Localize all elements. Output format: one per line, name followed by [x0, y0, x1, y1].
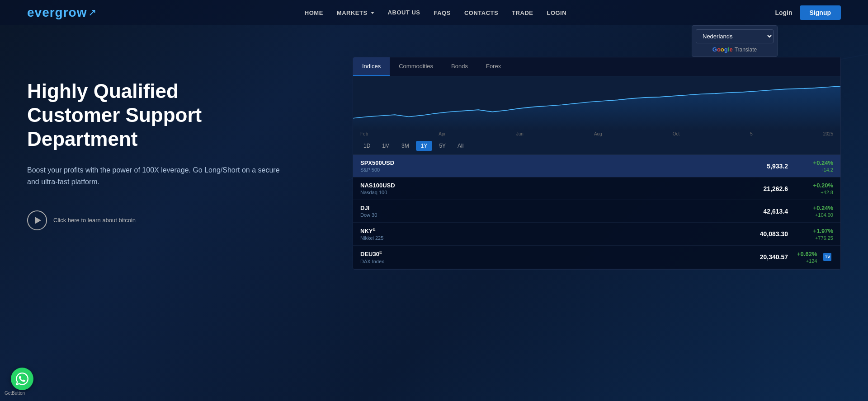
instrument-price-nas100: 21,262.6 — [743, 185, 788, 192]
tradingview-badge: TV — [823, 253, 831, 261]
instrument-price-deu30: 20,340.57 — [743, 253, 788, 261]
instrument-change-dji: +0.24% +104.00 — [797, 205, 833, 218]
instrument-row-nas100[interactable]: NAS100USD Nasdaq 100 21,262.6 +0.20% +42… — [353, 177, 840, 200]
hero-title: Highly QualifiedCustomer SupportDepartme… — [27, 79, 335, 151]
change-abs-spx500: +14.2 — [797, 167, 833, 173]
nav-item-trade[interactable]: TRADE — [512, 9, 533, 16]
change-abs-dji: +104.00 — [797, 212, 833, 218]
main-content: Highly QualifiedCustomer SupportDepartme… — [0, 25, 868, 270]
time-btn-3m[interactable]: 3M — [396, 141, 414, 151]
change-pct-nky: +1.97% — [797, 228, 833, 234]
signup-button[interactable]: Signup — [800, 5, 841, 20]
time-btn-all[interactable]: All — [453, 141, 468, 151]
instrument-row-nky[interactable]: NKYE Nikkei 225 40,083.30 +1.97% +776.25 — [353, 223, 840, 246]
nav-item-contacts[interactable]: CONTACTS — [464, 9, 498, 16]
instrument-name-nas100: NAS100USD — [360, 182, 743, 189]
chart-svg — [353, 76, 840, 131]
tab-bonds[interactable]: Bonds — [442, 57, 477, 76]
chart-label-feb: Feb — [360, 131, 368, 136]
instrument-sub-spx500: S&P 500 — [360, 167, 743, 173]
nav-item-markets[interactable]: MARKETS — [337, 9, 374, 16]
time-btn-1d[interactable]: 1D — [359, 141, 375, 151]
instrument-row-dji[interactable]: DJI Dow 30 42,613.4 +0.24% +104.00 — [353, 200, 840, 223]
instrument-change-nky: +1.97% +776.25 — [797, 228, 833, 241]
header-auth: Login Signup — [775, 5, 841, 20]
play-label[interactable]: Click here to learn about bitcoin — [53, 217, 136, 224]
instrument-name-nky: NKYE — [360, 227, 743, 234]
translate-footer: Google Translate — [696, 46, 774, 53]
change-pct-dji: +0.24% — [797, 205, 833, 211]
chevron-down-icon — [371, 12, 374, 14]
chart-date-labels: Feb Apr Jun Aug Oct 5 2025 — [353, 131, 840, 137]
play-triangle-icon — [35, 217, 41, 224]
chart-label-oct: Oct — [673, 131, 680, 136]
time-btn-1y[interactable]: 1Y — [416, 141, 433, 151]
time-period-selector: 1D 1M 3M 1Y 5Y All — [353, 137, 840, 155]
instrument-sub-deu30: DAX Index — [360, 259, 743, 264]
tab-indices[interactable]: Indices — [353, 57, 390, 76]
play-button[interactable] — [27, 210, 47, 230]
instrument-row-spx500[interactable]: SPX500USD S&P 500 5,933.2 +0.24% +14.2 — [353, 155, 840, 177]
nav-item-about[interactable]: ABOUT US — [388, 9, 420, 16]
nav-item-login[interactable]: LOGIN — [547, 9, 566, 16]
change-pct-nas100: +0.20% — [797, 182, 833, 189]
instrument-price-spx500: 5,933.2 — [743, 163, 788, 170]
google-logo: Google — [712, 46, 733, 53]
instrument-sub-dji: Dow 30 — [360, 212, 743, 218]
tab-commodities[interactable]: Commodities — [390, 57, 442, 76]
logo-arrow-icon: ↗ — [88, 7, 96, 19]
hero-section: Highly QualifiedCustomer SupportDepartme… — [27, 52, 335, 270]
nav-item-home[interactable]: HOME — [305, 9, 323, 16]
instrument-info-dji: DJI Dow 30 — [360, 205, 743, 218]
time-btn-5y[interactable]: 5Y — [434, 141, 451, 151]
instrument-change-deu30: +0.62% +124 TV — [797, 251, 833, 264]
price-chart — [353, 76, 840, 131]
deu30-superscript: E — [379, 250, 382, 255]
translate-dropdown-panel: Nederlands English Deutsch Français Espa… — [692, 25, 778, 57]
whatsapp-label: GetButton — [5, 391, 25, 396]
instrument-price-nky: 40,083.30 — [743, 230, 788, 238]
logo-text: evergrow — [27, 5, 87, 20]
time-btn-1m[interactable]: 1M — [377, 141, 395, 151]
translate-label: Translate — [735, 47, 757, 53]
whatsapp-button[interactable] — [11, 368, 33, 390]
change-pct-spx500: +0.24% — [797, 159, 833, 166]
chart-label-apr: Apr — [439, 131, 446, 136]
change-abs-nky: +776.25 — [797, 235, 833, 241]
instrument-change-values-deu30: +0.62% +124 — [797, 251, 817, 264]
change-abs-deu30: +124 — [797, 258, 817, 264]
instrument-name-spx500: SPX500USD — [360, 159, 743, 166]
main-nav: HOME MARKETS ABOUT US FAQS CONTACTS TRAD… — [305, 9, 566, 16]
change-abs-nas100: +42.8 — [797, 190, 833, 195]
instrument-info-nas100: NAS100USD Nasdaq 100 — [360, 182, 743, 195]
instrument-info-spx500: SPX500USD S&P 500 — [360, 159, 743, 173]
chart-label-2025: 2025 — [823, 131, 833, 136]
change-pct-deu30: +0.62% — [797, 251, 817, 257]
instrument-name-deu30: DEU30E — [360, 250, 743, 257]
instrument-change-nas100: +0.20% +42.8 — [797, 182, 833, 195]
instrument-info-nky: NKYE Nikkei 225 — [360, 227, 743, 241]
market-widget-panel: Indices Commodities Bonds Forex Feb Apr — [353, 57, 841, 270]
instrument-name-dji: DJI — [360, 205, 743, 211]
chart-label-5: 5 — [750, 131, 753, 136]
instrument-sub-nky: Nikkei 225 — [360, 235, 743, 241]
instrument-info-deu30: DEU30E DAX Index — [360, 250, 743, 264]
hero-subtitle: Boost your profits with the power of 100… — [27, 164, 289, 187]
logo[interactable]: evergrow ↗ — [27, 5, 96, 20]
play-button-row: Click here to learn about bitcoin — [27, 210, 335, 230]
login-button[interactable]: Login — [775, 9, 792, 16]
instrument-price-dji: 42,613.4 — [743, 208, 788, 215]
tab-forex[interactable]: Forex — [477, 57, 510, 76]
widget-tabs: Indices Commodities Bonds Forex — [353, 57, 840, 76]
instrument-sub-nas100: Nasdaq 100 — [360, 190, 743, 195]
instrument-row-deu30[interactable]: DEU30E DAX Index 20,340.57 +0.62% +124 T… — [353, 246, 840, 269]
whatsapp-icon — [16, 373, 28, 385]
chart-label-aug: Aug — [594, 131, 602, 136]
chart-label-jun: Jun — [516, 131, 524, 136]
instrument-change-spx500: +0.24% +14.2 — [797, 159, 833, 173]
language-select[interactable]: Nederlands English Deutsch Français Espa… — [696, 29, 774, 43]
nky-superscript: E — [373, 227, 375, 232]
header: evergrow ↗ HOME MARKETS ABOUT US FAQS CO… — [0, 0, 868, 25]
nav-item-faqs[interactable]: FAQS — [434, 9, 451, 16]
